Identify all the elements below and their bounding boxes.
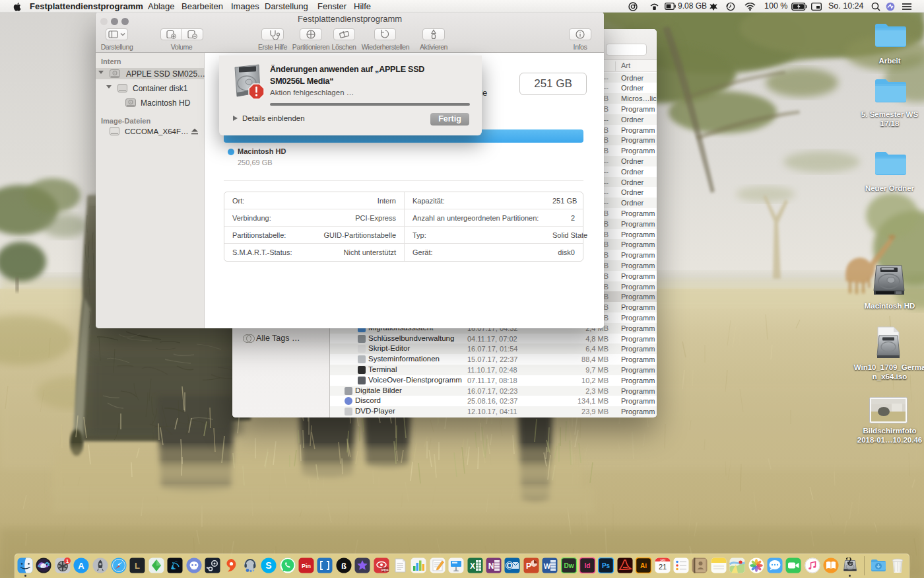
svg-text:ß: ß xyxy=(341,561,346,571)
svg-text:L: L xyxy=(135,561,140,571)
svg-text:X: X xyxy=(470,561,475,571)
svg-text:O: O xyxy=(507,561,513,569)
svg-text:PDF: PDF xyxy=(381,568,389,572)
svg-text:P: P xyxy=(526,561,531,571)
svg-text:Ai: Ai xyxy=(640,562,647,569)
svg-text:W: W xyxy=(544,562,551,570)
svg-text:Dw: Dw xyxy=(564,562,574,569)
svg-text:1: 1 xyxy=(66,558,69,564)
svg-text:Id: Id xyxy=(585,562,591,569)
svg-text:A: A xyxy=(78,561,84,571)
svg-text:JAN: JAN xyxy=(659,559,665,562)
svg-text:Ps: Ps xyxy=(602,562,610,569)
svg-text:Pin: Pin xyxy=(302,563,311,569)
svg-text:N: N xyxy=(488,561,494,571)
svg-text:21: 21 xyxy=(658,563,666,571)
svg-text:S: S xyxy=(266,560,272,571)
